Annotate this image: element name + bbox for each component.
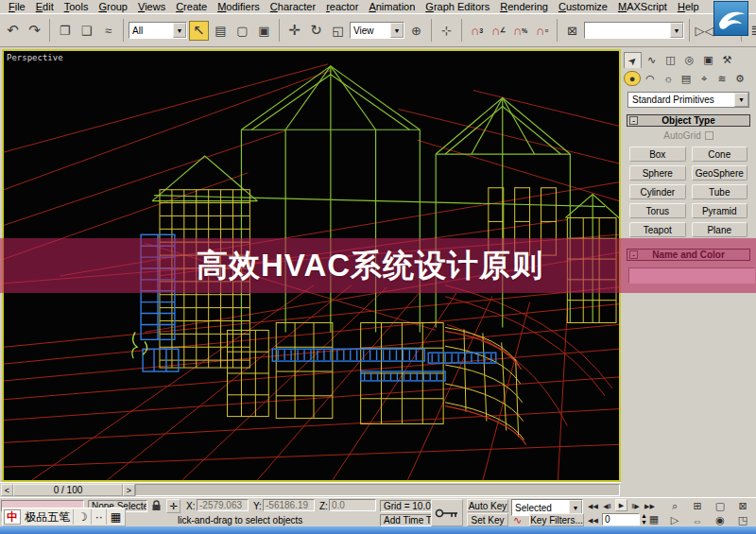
set-keys-button[interactable] xyxy=(431,499,463,526)
ime-fullwidth-moon-icon[interactable]: ☽ xyxy=(75,509,92,525)
select-object-icon[interactable]: ↖ xyxy=(189,21,209,41)
ime-name-label[interactable]: 极品五笔 xyxy=(22,509,74,525)
collapse-icon[interactable]: - xyxy=(629,116,638,125)
tube-button[interactable]: Tube xyxy=(692,184,748,199)
cameras-category[interactable]: ▤ xyxy=(678,71,695,86)
torus-button[interactable]: Torus xyxy=(629,203,686,218)
named-selection-dropdown[interactable]: ▼ xyxy=(584,22,684,39)
plane-button[interactable]: Plane xyxy=(692,222,748,237)
motion-tab[interactable]: ◎ xyxy=(680,52,698,68)
absolute-mode-toggle[interactable]: ✛ xyxy=(166,499,180,513)
play-button-icon[interactable]: ▶ xyxy=(615,499,627,511)
zoom-all-icon[interactable]: ⊞ xyxy=(686,500,709,512)
time-slider-track[interactable] xyxy=(135,484,620,496)
modify-tab[interactable]: ∿ xyxy=(643,52,661,68)
window-crossing-icon[interactable]: ▣ xyxy=(254,21,274,41)
selection-filter-dropdown[interactable]: All▼ xyxy=(129,22,187,39)
zoom-extents-all-icon[interactable]: ⊠ xyxy=(731,500,754,512)
shapes-category[interactable]: ◠ xyxy=(642,71,659,86)
systems-category[interactable]: ⚙ xyxy=(731,71,748,86)
mirror-icon[interactable]: ▷◁ xyxy=(695,21,714,41)
chevron-down-icon[interactable]: ▼ xyxy=(734,93,748,107)
field-of-view-icon[interactable]: ▷ xyxy=(663,514,686,526)
key-filters-button[interactable]: Key Filters... xyxy=(529,513,584,526)
go-to-start-icon[interactable]: ◀◀ xyxy=(587,500,599,512)
menu-modifiers[interactable]: Modifiers xyxy=(213,1,265,12)
current-frame-field[interactable] xyxy=(602,513,640,525)
select-and-move-icon[interactable]: ✛ xyxy=(284,21,304,41)
auto-key-button[interactable]: Auto Key xyxy=(467,499,508,512)
autogrid-checkbox[interactable] xyxy=(705,131,713,140)
min-max-toggle-icon[interactable]: ◳ xyxy=(731,514,754,526)
menu-group[interactable]: Group xyxy=(94,1,132,12)
selection-lock-icon[interactable] xyxy=(151,500,162,513)
zoom-icon[interactable]: ⌕ xyxy=(663,500,686,512)
angle-snap-icon[interactable]: ∩∠ xyxy=(489,21,508,41)
snap-toggle-icon[interactable]: ∩3 xyxy=(467,21,487,41)
undo-icon[interactable]: ↶ xyxy=(3,21,23,41)
menu-create[interactable]: Create xyxy=(171,1,212,12)
menu-edit[interactable]: Edit xyxy=(31,1,59,12)
named-selection-sets-icon[interactable]: ⊠ xyxy=(562,21,582,41)
pyramid-button[interactable]: Pyramid xyxy=(692,203,748,218)
menu-character[interactable]: Character xyxy=(266,1,320,12)
go-to-end-icon[interactable]: ▶▶ xyxy=(644,500,656,512)
use-pivot-point-center-icon[interactable]: ⊕ xyxy=(406,21,426,41)
percent-snap-icon[interactable]: ∩% xyxy=(510,21,530,41)
cylinder-button[interactable]: Cylinder xyxy=(629,184,686,199)
display-tab[interactable]: ▣ xyxy=(699,52,717,68)
chevron-down-icon[interactable]: ▼ xyxy=(173,23,186,38)
reference-coordinate-dropdown[interactable]: View▼ xyxy=(350,22,404,39)
curve-editor-icon[interactable]: ∿ xyxy=(513,514,522,526)
set-key-button[interactable]: Set Key xyxy=(467,513,508,526)
menu-views[interactable]: Views xyxy=(133,1,170,12)
utilities-tab[interactable]: ⚒ xyxy=(718,52,736,68)
menu-maxscript[interactable]: MAXScript xyxy=(613,1,672,12)
sphere-button[interactable]: Sphere xyxy=(629,165,686,181)
select-and-rotate-icon[interactable]: ↻ xyxy=(306,21,326,41)
previous-frame-arrow[interactable]: < xyxy=(1,484,13,496)
hierarchy-tab[interactable]: ◫ xyxy=(662,52,679,68)
x-coordinate-field[interactable] xyxy=(197,499,249,511)
time-slider-thumb[interactable]: 0 / 100 xyxy=(13,484,123,496)
menu-graph-editors[interactable]: Graph Editors xyxy=(421,1,494,12)
y-coordinate-field[interactable] xyxy=(263,499,315,511)
select-and-scale-icon[interactable]: ◱ xyxy=(328,21,348,41)
menu-reactor[interactable]: reactor xyxy=(321,1,363,12)
menu-tools[interactable]: Tools xyxy=(60,1,94,12)
teapot-button[interactable]: Teapot xyxy=(629,222,686,237)
box-button[interactable]: Box xyxy=(629,146,686,162)
geosphere-button[interactable]: GeoSphere xyxy=(692,165,748,181)
select-and-link-icon[interactable]: ❐ xyxy=(55,21,75,41)
object-type-rollout-header[interactable]: - Object Type xyxy=(627,114,750,127)
spinner-snap-icon[interactable]: ∩≡ xyxy=(532,21,552,41)
time-configuration-icon[interactable]: ▦ xyxy=(646,513,662,525)
chevron-down-icon[interactable]: ▼ xyxy=(390,23,404,38)
previous-frame-icon[interactable]: ◀‖ xyxy=(601,500,613,512)
rectangular-selection-region-icon[interactable]: ▢ xyxy=(232,21,252,41)
chevron-down-icon[interactable]: ▼ xyxy=(670,23,683,38)
unlink-selection-icon[interactable]: ❑ xyxy=(77,21,96,41)
redo-icon[interactable]: ↷ xyxy=(25,21,44,41)
lights-category[interactable]: ☼ xyxy=(660,71,677,86)
z-coordinate-field[interactable] xyxy=(329,499,376,511)
pan-hand-icon[interactable]: ⇔ xyxy=(686,514,709,526)
primitive-category-dropdown[interactable]: Standard Primitives ▼ xyxy=(627,92,749,108)
menu-customize[interactable]: Customize xyxy=(554,1,612,12)
helpers-category[interactable]: ⌖ xyxy=(696,71,713,86)
create-tab[interactable]: ➤ xyxy=(624,52,642,68)
next-frame-icon[interactable]: ‖▶ xyxy=(629,500,642,512)
ime-language-indicator[interactable]: 中 xyxy=(4,509,21,525)
key-mode-toggle-icon[interactable]: ◀◀ xyxy=(587,514,599,526)
zoom-extents-icon[interactable]: ▢ xyxy=(709,500,731,512)
menu-rendering[interactable]: Rendering xyxy=(495,1,553,12)
bind-to-space-warp-icon[interactable]: ≈ xyxy=(98,21,118,41)
menu-file[interactable]: File xyxy=(4,1,30,12)
arc-rotate-icon[interactable]: ◉ xyxy=(709,514,731,526)
next-frame-arrow[interactable]: > xyxy=(123,484,135,496)
ime-softkeyboard-icon[interactable]: ▦ xyxy=(108,509,124,525)
space-warps-category[interactable]: ≋ xyxy=(713,71,730,86)
select-and-manipulate-icon[interactable]: ⊹ xyxy=(437,21,456,41)
ime-punctuation-icon[interactable]: ·· xyxy=(93,509,107,525)
menu-animation[interactable]: Animation xyxy=(364,1,420,12)
